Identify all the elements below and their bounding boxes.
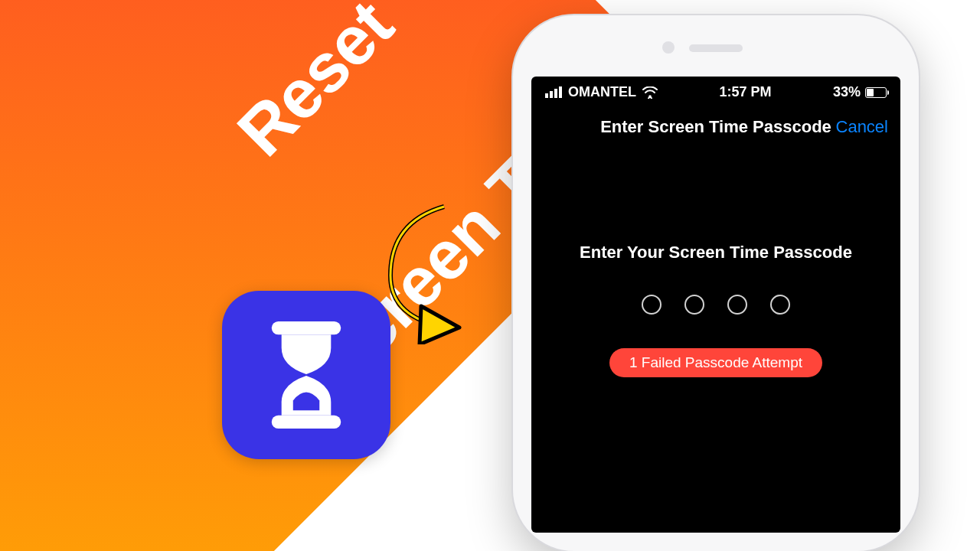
passcode-entry[interactable]	[531, 295, 900, 315]
phone-speaker	[689, 44, 743, 52]
curved-arrow-icon	[368, 191, 505, 344]
passcode-dot	[684, 295, 704, 315]
passcode-dot	[770, 295, 790, 315]
nav-bar: Enter Screen Time Passcode Cancel	[531, 105, 900, 151]
wifi-icon	[642, 86, 658, 99]
passcode-prompt: Enter Your Screen Time Passcode	[531, 243, 900, 262]
passcode-dot	[642, 295, 662, 315]
phone-screen: OMANTEL 1:57 PM 33% Enter Screen Time Pa…	[531, 77, 900, 533]
battery-percent: 33%	[833, 84, 861, 100]
svg-rect-1	[272, 416, 341, 429]
status-time: 1:57 PM	[719, 84, 771, 100]
failed-attempt-badge: 1 Failed Passcode Attempt	[609, 348, 822, 377]
svg-point-2	[648, 95, 652, 98]
cancel-button[interactable]: Cancel	[836, 117, 888, 137]
screen-time-app-icon	[222, 291, 390, 459]
svg-rect-0	[272, 321, 341, 334]
status-bar: OMANTEL 1:57 PM 33%	[531, 77, 900, 105]
hourglass-icon	[264, 321, 348, 429]
cellular-signal-icon	[545, 86, 562, 98]
carrier-label: OMANTEL	[568, 84, 636, 100]
nav-title: Enter Screen Time Passcode	[600, 117, 831, 137]
phone-mockup: OMANTEL 1:57 PM 33% Enter Screen Time Pa…	[513, 15, 919, 551]
passcode-dot	[727, 295, 747, 315]
battery-icon	[865, 87, 887, 98]
battery-fill	[867, 89, 874, 96]
phone-camera	[662, 41, 675, 54]
